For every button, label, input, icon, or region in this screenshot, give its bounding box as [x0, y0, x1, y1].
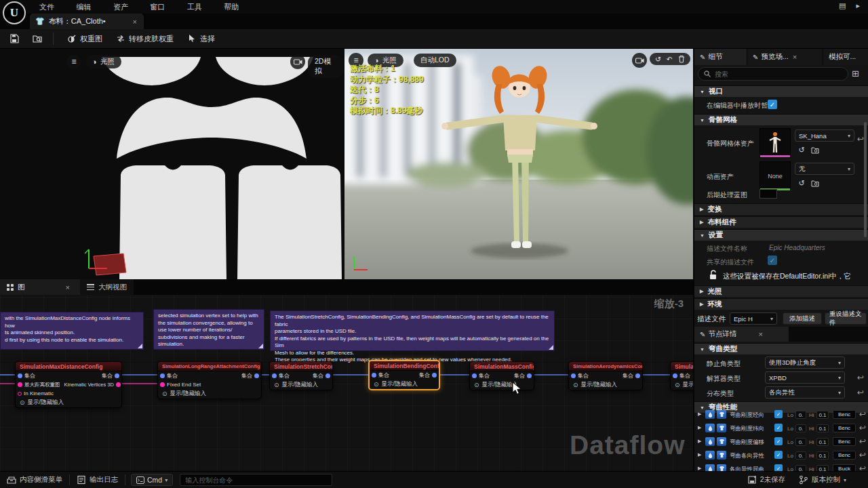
window-control-icons[interactable]: ▤ ▸ — [839, 1, 864, 10]
menu-file[interactable]: 文件 — [30, 0, 64, 14]
pin-out-icon[interactable] — [254, 373, 259, 378]
node-title[interactable]: SimulationMaxDistanceConfig — [16, 362, 121, 371]
node-title[interactable]: SimulationMassConfig — [470, 362, 534, 371]
prop-checkbox[interactable]: ✓ — [774, 451, 783, 459]
weight-map-value-button[interactable]: Benc — [833, 451, 856, 460]
caret-right-icon[interactable]: ▶ — [698, 439, 701, 444]
pin-in-icon[interactable] — [18, 392, 22, 396]
show-hide-inputs-button[interactable]: ⊙显示/隐藏输入 — [569, 380, 642, 390]
pin-in-icon[interactable] — [18, 382, 22, 387]
pin-out-icon[interactable] — [527, 373, 532, 378]
rest-angle-dropdown[interactable]: 使用3D静止角度 ▾ — [765, 357, 845, 369]
shared-profile-checkbox[interactable]: ✓ — [768, 256, 777, 265]
tab-close-icon[interactable]: × — [791, 53, 798, 61]
profile-name-value[interactable]: Epic Headquarters — [769, 244, 825, 251]
section-viewport[interactable]: ▼ 视口 — [694, 85, 868, 97]
postprocess-value-box[interactable] — [760, 189, 777, 199]
menu-window[interactable]: 窗口 — [140, 0, 174, 14]
node-title[interactable]: SimulationAerodynamicsConfig — [569, 362, 642, 371]
unreal-logo-icon[interactable]: U — [3, 1, 26, 24]
show-hide-inputs-button[interactable]: ⊙显示/隐藏输入 — [370, 380, 439, 389]
tab-outline[interactable]: 大纲视图 — [80, 279, 134, 295]
use-selected-asset-icon[interactable]: ↺ — [796, 178, 807, 188]
undo-icon[interactable]: ↺ — [655, 55, 661, 63]
hi-value[interactable]: 0.1 — [816, 424, 829, 432]
viewport-2d-lit-button[interactable]: ◑ 光照 — [85, 55, 121, 68]
weight-map-value-button[interactable]: Benc — [833, 424, 856, 432]
tab-sim-visualization[interactable]: 模拟可... — [823, 49, 868, 65]
reset-property-icon[interactable]: ↩ — [859, 464, 866, 471]
pin-out-icon[interactable] — [116, 382, 121, 387]
node-title[interactable]: SimulationStretchConfig — [270, 362, 332, 371]
pin-out-icon[interactable] — [326, 373, 330, 378]
pin-in-icon[interactable] — [160, 373, 165, 378]
reset-property-icon[interactable]: ↩ — [859, 423, 866, 432]
hi-value[interactable]: 0.1 — [816, 438, 829, 446]
section-settings[interactable]: ▼ 设置 — [694, 229, 868, 241]
section-skeletal-mesh[interactable]: ▼ 骨骼网格 — [694, 114, 868, 125]
pin-in-icon[interactable] — [272, 373, 277, 378]
details-search[interactable] — [698, 67, 848, 81]
section-transform[interactable]: ▶ 变换 — [694, 203, 868, 215]
lo-value[interactable]: 0. — [795, 465, 806, 471]
details-scrollbar[interactable] — [864, 122, 867, 237]
graph-node-long-range-attachment[interactable]: SimulationLongRangeAttachmentConfig 集合集合… — [157, 361, 262, 399]
viewport-2d-camera-button[interactable] — [290, 54, 305, 69]
graph-node-max-distance[interactable]: SimulationMaxDistanceConfig 集合集合 最大距离权重图… — [15, 361, 122, 408]
graph-node-aerodynamics[interactable]: SimulationAerodynamicsConfig 集合集合 ⊙显示/隐藏… — [568, 361, 643, 390]
hi-value[interactable]: 0.1 — [816, 465, 829, 471]
graph-node-clipped[interactable]: Simulatio 集合 ⊙显示/隐藏输入 — [670, 361, 693, 390]
viewport-2d-menu-button[interactable]: ≡ — [66, 54, 81, 69]
section-environment[interactable]: ▶ 环境 — [694, 298, 868, 310]
caret-right-icon[interactable]: ▶ — [698, 411, 701, 417]
animation-dropdown[interactable]: 无 ▾ — [795, 163, 854, 175]
section-bending-type[interactable]: ▼ 弯曲类型 — [694, 343, 868, 354]
lo-value[interactable]: 0. — [795, 424, 806, 432]
play-pause-checkbox[interactable]: ✓ — [768, 100, 777, 109]
comment-resize-handle[interactable] — [549, 345, 553, 350]
skeletal-mesh-thumbnail[interactable] — [760, 128, 791, 158]
viewport-3d-camera-button[interactable] — [632, 53, 647, 68]
console-command-input[interactable] — [180, 474, 332, 486]
hi-value[interactable]: 0.1 — [816, 451, 829, 460]
prop-checkbox[interactable]: ✓ — [774, 464, 783, 471]
animation-thumbnail[interactable]: None — [760, 161, 791, 191]
prop-checkbox[interactable]: ✓ — [774, 424, 783, 432]
pin-in-icon[interactable] — [673, 373, 677, 378]
trash-icon[interactable] — [678, 55, 685, 63]
solver-dropdown[interactable]: XPBD ▾ — [765, 371, 845, 384]
section-cloth-component[interactable]: ▶ 布料组件 — [694, 216, 868, 228]
pin-out-icon[interactable] — [432, 373, 437, 378]
pin-in-icon[interactable] — [160, 382, 165, 387]
lo-value[interactable]: 0. — [795, 411, 806, 419]
comment-resize-handle[interactable] — [138, 344, 142, 348]
comment-node[interactable]: selected simulation vertex set to help w… — [153, 309, 264, 350]
tab-details[interactable]: ✎ 细节 — [694, 49, 747, 65]
reset-property-icon[interactable]: ↩ — [857, 373, 864, 382]
add-profile-button[interactable]: 添加描述 — [783, 312, 822, 325]
weight-map-value-button[interactable]: Buck — [833, 464, 856, 471]
caret-right-icon[interactable]: ▶ — [698, 452, 701, 458]
viewport-2d[interactable]: ≡ ◑ 光照 2D模拟 — [0, 49, 343, 279]
graph-node-bending[interactable]: SimulationBendingConfig 集合集合 ⊙显示/隐藏输入 — [368, 360, 440, 390]
menu-help[interactable]: 帮助 — [214, 0, 248, 14]
caret-right-icon[interactable]: ▶ — [698, 466, 701, 471]
caret-right-icon[interactable]: ▶ — [698, 425, 701, 430]
lo-value[interactable]: 0. — [795, 438, 806, 446]
cmd-dropdown[interactable]: Cmd ▾ — [131, 474, 173, 486]
search-input[interactable] — [715, 70, 830, 78]
graph-canvas[interactable]: 缩放-3 Dataflow with the SimulationMaxDist… — [0, 295, 693, 471]
tab-graph[interactable]: 图 × — [0, 279, 80, 295]
output-log-button[interactable]: 输出日志 — [70, 472, 125, 488]
browse-to-asset-icon[interactable] — [810, 145, 821, 155]
save-button[interactable] — [4, 31, 24, 46]
weight-map-value-button[interactable]: Benc — [833, 410, 856, 419]
profile-dropdown[interactable]: Epic H ▾ — [730, 312, 777, 325]
tab-node-details[interactable]: ✎ 节点详情 × — [694, 327, 789, 342]
reset-profile-button[interactable]: 重设描述文件 — [825, 312, 867, 325]
tab-close-icon[interactable]: × — [132, 18, 138, 26]
reset-property-icon[interactable]: ↩ — [857, 388, 864, 397]
redo-icon[interactable]: ↶ — [667, 55, 673, 63]
weight-map-button[interactable]: 权重图 — [62, 31, 108, 47]
prop-checkbox[interactable]: ✓ — [774, 437, 783, 445]
